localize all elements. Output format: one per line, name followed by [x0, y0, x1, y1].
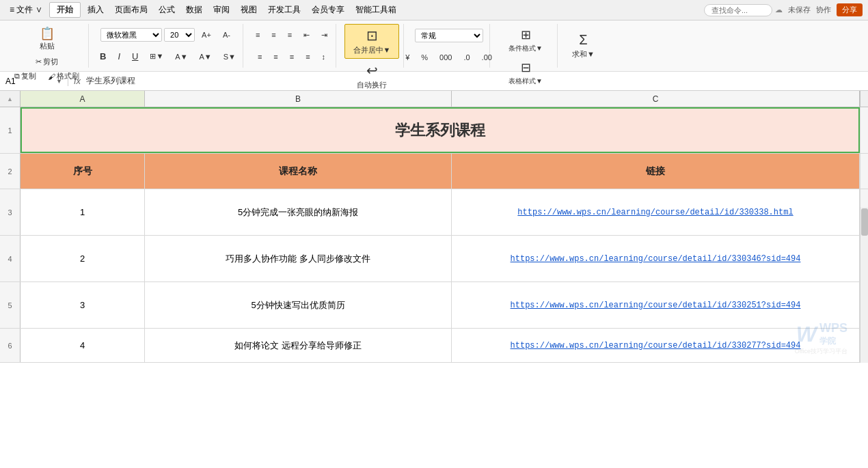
conditional-format-icon: ⊞ [521, 27, 531, 42]
underline-button[interactable]: U [127, 49, 143, 64]
unsaved-btn[interactable]: 未保存 [788, 5, 811, 15]
data-cell-b4[interactable]: 巧用多人协作功能 多人同步修改文件 [145, 236, 452, 281]
thousands-button[interactable]: 000 [435, 51, 457, 64]
font-decrease-button[interactable]: A- [218, 29, 235, 41]
table-row: 6 4 如何将论文 远程分享给导师修正 https://www.wps.cn/l… [0, 329, 868, 363]
decimal-increase-button[interactable]: .0 [459, 51, 474, 64]
data-cell-b6[interactable]: 如何将论文 远程分享给导师修正 [145, 329, 452, 362]
link-c5[interactable]: https://www.wps.cn/learning/course/detai… [511, 301, 801, 310]
wps-sub-text: 学院 [819, 335, 847, 347]
bold-button[interactable]: B [95, 49, 111, 64]
font-increase-button[interactable]: A+ [197, 29, 216, 41]
data-cell-c3[interactable]: https://www.wps.cn/learning/course/detai… [452, 189, 860, 235]
spreadsheet: ▲ A B C 1 学生系列课程 2 序号 课程名称 链接 3 1 5分钟完成一… [0, 91, 868, 363]
top-right-buttons: ☁ 未保存 协作 分享 [775, 3, 863, 16]
merge-center-button[interactable]: ⊡ 合并居中▼ [344, 24, 399, 59]
menu-smart[interactable]: 智能工具箱 [351, 3, 401, 17]
menu-start[interactable]: 开始 [49, 2, 81, 18]
italic-button[interactable]: I [113, 49, 125, 64]
table-row: 5 3 5分钟快速写出优质简历 https://www.wps.cn/learn… [0, 282, 868, 329]
header-cell-b[interactable]: 课程名称 [145, 154, 452, 189]
merge-icon: ⊡ [366, 27, 378, 44]
ribbon-align-section: ≡ ≡ ≡ ⇤ ⇥ ≡ ≡ ≡ ≡ ↕ [247, 24, 336, 68]
column-headers: ▲ A B C [0, 91, 868, 107]
table-row: 4 2 巧用多人协作功能 多人同步修改文件 https://www.wps.cn… [0, 236, 868, 282]
cut-copy-row: ✂ 剪切 [31, 55, 63, 69]
align-top-button[interactable]: ≡ [251, 29, 265, 41]
scrollbar-thumb[interactable] [861, 208, 868, 236]
data-cell-a5[interactable]: 3 [21, 282, 145, 328]
table-row: 1 学生系列课程 [0, 107, 868, 154]
grid-rows: 1 学生系列课程 2 序号 课程名称 链接 3 1 5分钟完成一张亮眼的纳新海报… [0, 107, 868, 363]
align-left-button[interactable]: ≡ [253, 51, 267, 63]
text-direction-button[interactable]: ↕ [317, 51, 331, 63]
indent-decrease-button[interactable]: ⇤ [299, 29, 314, 42]
fill-color-button[interactable]: A▼ [170, 51, 192, 63]
border-button[interactable]: ⊞▼ [145, 50, 168, 63]
align-center-button[interactable]: ≡ [269, 51, 282, 63]
number-tools-row: ¥ % 000 .0 .00 [401, 51, 497, 64]
table-style-icon: ⊟ [521, 60, 531, 75]
row-num-6: 6 [0, 329, 21, 362]
data-cell-a3[interactable]: 1 [21, 189, 145, 235]
align-middle-button[interactable]: ≡ [267, 29, 280, 41]
menu-file[interactable]: ≡ 文件 ∨ [5, 3, 46, 17]
align-top-row: ≡ ≡ ≡ ⇤ ⇥ [251, 29, 332, 42]
search-input[interactable] [704, 4, 772, 16]
col-header-a[interactable]: A [21, 91, 145, 107]
row-num-5: 5 [0, 282, 21, 328]
wps-watermark: W WPS 学院 Office技巧学习平台 [795, 321, 847, 356]
data-cell-a6[interactable]: 4 [21, 329, 145, 362]
paste-button[interactable]: 📋 粘贴 [33, 24, 61, 55]
percent-button[interactable]: % [416, 51, 433, 64]
strikethrough-button[interactable]: S▼ [219, 51, 241, 63]
collab-btn[interactable]: 协作 [816, 5, 831, 15]
share-btn[interactable]: 分享 [837, 3, 863, 16]
ribbon-merge-section: ⊡ 合并居中▼ ↩ 自动换行 [340, 24, 404, 68]
menu-formula[interactable]: 公式 [154, 3, 179, 17]
col-header-c[interactable]: C [452, 91, 860, 107]
menu-data[interactable]: 数据 [182, 3, 206, 17]
data-cell-c4[interactable]: https://www.wps.cn/learning/course/detai… [452, 236, 860, 281]
menu-page-layout[interactable]: 页面布局 [111, 3, 152, 17]
menu-vip[interactable]: 会员专享 [308, 3, 349, 17]
align-bottom-button[interactable]: ≡ [283, 29, 297, 41]
search-area [704, 4, 772, 16]
number-format-selector[interactable]: 常规 [415, 29, 483, 42]
font-color-button[interactable]: A▼ [195, 51, 217, 63]
data-cell-b5[interactable]: 5分钟快速写出优质简历 [145, 282, 452, 328]
data-cell-a4[interactable]: 2 [21, 236, 145, 281]
link-c4[interactable]: https://www.wps.cn/learning/course/detai… [511, 254, 801, 264]
menu-bar: ≡ 文件 ∨ 开始 插入 页面布局 公式 数据 审阅 视图 开发工具 会员专享 … [0, 0, 868, 20]
link-c3[interactable]: https://www.wps.cn/learning/course/detai… [517, 208, 793, 217]
sum-button[interactable]: Σ 求和▼ [566, 26, 601, 66]
currency-button[interactable]: ¥ [401, 51, 414, 64]
font-name-selector[interactable]: 微软雅黑 [100, 28, 162, 42]
font-name-row: 微软雅黑 20 A+ A- [100, 28, 235, 42]
menu-insert[interactable]: 插入 [83, 3, 108, 17]
col-header-b[interactable]: B [145, 91, 452, 107]
indent-increase-button[interactable]: ⇥ [316, 29, 332, 42]
link-c6[interactable]: https://www.wps.cn/learning/course/detai… [511, 341, 801, 350]
menu-dev-tools[interactable]: 开发工具 [264, 3, 305, 17]
cell-ref-dropdown-icon[interactable]: ▼ [56, 78, 62, 85]
menu-review[interactable]: 审阅 [209, 3, 234, 17]
header-cell-a[interactable]: 序号 [21, 154, 145, 189]
cut-button[interactable]: ✂ 剪切 [31, 55, 63, 69]
table-row: 2 序号 课程名称 链接 [0, 154, 868, 189]
row-num-1: 1 [0, 107, 21, 153]
vertical-scrollbar[interactable] [860, 207, 868, 363]
align-right-button[interactable]: ≡ [285, 51, 299, 63]
title-merged-cell[interactable]: 学生系列课程 [21, 107, 860, 153]
data-cell-b3[interactable]: 5分钟完成一张亮眼的纳新海报 [145, 189, 452, 235]
conditional-format-button[interactable]: ⊞ 条件格式▼ [498, 24, 553, 57]
font-size-selector[interactable]: 20 [164, 28, 195, 42]
ribbon-number-section: 常规 ¥ % 000 .0 .00 [408, 24, 490, 68]
number-format-row: 常规 [415, 29, 483, 42]
cell-reference[interactable]: A1 ▼ [0, 77, 68, 86]
select-all-icon[interactable]: ▲ [7, 96, 13, 102]
header-cell-c[interactable]: 链接 [452, 154, 860, 189]
align-justify-button[interactable]: ≡ [301, 51, 314, 63]
row-num-4: 4 [0, 236, 21, 281]
menu-view[interactable]: 视图 [236, 3, 261, 17]
